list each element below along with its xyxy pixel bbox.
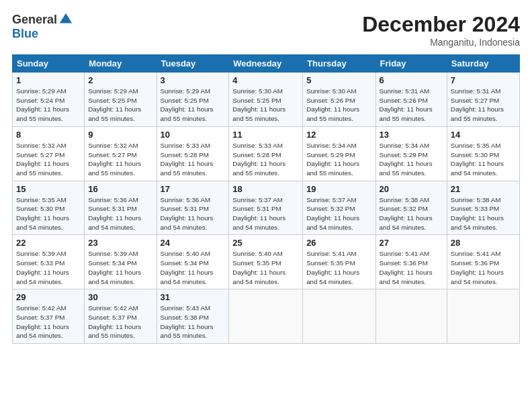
location: Manganitu, Indonesia (362, 37, 520, 48)
day-number: 16 (88, 184, 152, 194)
day-number: 31 (161, 292, 226, 302)
day-info: Sunrise: 5:41 AM Sunset: 5:36 PM Dayligh… (451, 249, 516, 286)
calendar-day-cell: 2Sunrise: 5:29 AM Sunset: 5:25 PM Daylig… (85, 73, 157, 127)
calendar-week-row: 29Sunrise: 5:42 AM Sunset: 5:37 PM Dayli… (13, 289, 520, 344)
day-info: Sunrise: 5:37 AM Sunset: 5:31 PM Dayligh… (232, 195, 299, 232)
day-number: 10 (161, 130, 226, 140)
day-number: 4 (232, 75, 299, 85)
title-section: December 2024 Manganitu, Indonesia (362, 12, 520, 48)
calendar-empty-cell (229, 289, 303, 344)
calendar-day-cell: 8Sunrise: 5:32 AM Sunset: 5:27 PM Daylig… (13, 126, 85, 181)
day-number: 5 (306, 75, 371, 85)
day-info: Sunrise: 5:30 AM Sunset: 5:25 PM Dayligh… (232, 87, 299, 124)
day-number: 25 (232, 238, 299, 248)
logo-icon (58, 12, 73, 27)
day-info: Sunrise: 5:41 AM Sunset: 5:36 PM Dayligh… (380, 249, 443, 286)
calendar-empty-cell (447, 289, 519, 344)
day-number: 9 (88, 130, 152, 140)
day-number: 6 (380, 75, 443, 85)
day-number: 29 (16, 292, 81, 302)
day-number: 2 (88, 75, 152, 85)
calendar-day-cell: 1Sunrise: 5:29 AM Sunset: 5:24 PM Daylig… (13, 73, 85, 127)
weekday-header-monday: Monday (85, 55, 157, 73)
calendar-day-cell: 5Sunrise: 5:30 AM Sunset: 5:26 PM Daylig… (303, 73, 375, 127)
day-number: 14 (451, 130, 516, 140)
day-info: Sunrise: 5:39 AM Sunset: 5:34 PM Dayligh… (88, 249, 152, 286)
calendar-week-row: 22Sunrise: 5:39 AM Sunset: 5:33 PM Dayli… (13, 235, 520, 289)
day-info: Sunrise: 5:40 AM Sunset: 5:34 PM Dayligh… (161, 249, 226, 286)
day-info: Sunrise: 5:29 AM Sunset: 5:24 PM Dayligh… (16, 87, 81, 124)
calendar-day-cell: 14Sunrise: 5:35 AM Sunset: 5:30 PM Dayli… (447, 126, 519, 181)
calendar-day-cell: 11Sunrise: 5:33 AM Sunset: 5:28 PM Dayli… (229, 126, 303, 181)
calendar-week-row: 8Sunrise: 5:32 AM Sunset: 5:27 PM Daylig… (13, 126, 520, 181)
calendar-day-cell: 24Sunrise: 5:40 AM Sunset: 5:34 PM Dayli… (157, 235, 229, 289)
day-info: Sunrise: 5:29 AM Sunset: 5:25 PM Dayligh… (88, 87, 152, 124)
calendar-day-cell: 4Sunrise: 5:30 AM Sunset: 5:25 PM Daylig… (229, 73, 303, 127)
day-number: 23 (88, 238, 152, 248)
day-info: Sunrise: 5:42 AM Sunset: 5:37 PM Dayligh… (16, 304, 81, 340)
day-info: Sunrise: 5:38 AM Sunset: 5:32 PM Dayligh… (380, 195, 443, 232)
calendar-day-cell: 31Sunrise: 5:43 AM Sunset: 5:38 PM Dayli… (157, 289, 229, 344)
day-info: Sunrise: 5:30 AM Sunset: 5:26 PM Dayligh… (306, 87, 371, 124)
day-info: Sunrise: 5:33 AM Sunset: 5:28 PM Dayligh… (161, 141, 226, 178)
weekday-header-thursday: Thursday (303, 55, 375, 73)
calendar-day-cell: 30Sunrise: 5:42 AM Sunset: 5:37 PM Dayli… (85, 289, 157, 344)
weekday-header-saturday: Saturday (447, 55, 519, 73)
calendar-day-cell: 29Sunrise: 5:42 AM Sunset: 5:37 PM Dayli… (13, 289, 85, 344)
day-info: Sunrise: 5:35 AM Sunset: 5:30 PM Dayligh… (451, 141, 516, 178)
day-info: Sunrise: 5:31 AM Sunset: 5:26 PM Dayligh… (380, 87, 443, 124)
day-number: 24 (161, 238, 226, 248)
day-info: Sunrise: 5:34 AM Sunset: 5:29 PM Dayligh… (380, 141, 443, 178)
day-number: 15 (16, 184, 81, 194)
day-number: 20 (380, 184, 443, 194)
calendar-day-cell: 23Sunrise: 5:39 AM Sunset: 5:34 PM Dayli… (85, 235, 157, 289)
day-info: Sunrise: 5:38 AM Sunset: 5:33 PM Dayligh… (451, 195, 516, 232)
calendar-day-cell: 6Sunrise: 5:31 AM Sunset: 5:26 PM Daylig… (375, 73, 447, 127)
day-info: Sunrise: 5:36 AM Sunset: 5:31 PM Dayligh… (161, 195, 226, 232)
calendar-day-cell: 17Sunrise: 5:36 AM Sunset: 5:31 PM Dayli… (157, 181, 229, 235)
calendar-day-cell: 15Sunrise: 5:35 AM Sunset: 5:30 PM Dayli… (13, 181, 85, 235)
calendar-day-cell: 27Sunrise: 5:41 AM Sunset: 5:36 PM Dayli… (375, 235, 447, 289)
weekday-header-tuesday: Tuesday (157, 55, 229, 73)
weekday-header-sunday: Sunday (13, 55, 85, 73)
weekday-header-friday: Friday (375, 55, 447, 73)
calendar-day-cell: 19Sunrise: 5:37 AM Sunset: 5:32 PM Dayli… (303, 181, 375, 235)
day-number: 13 (380, 130, 443, 140)
day-info: Sunrise: 5:37 AM Sunset: 5:32 PM Dayligh… (306, 195, 371, 232)
weekday-header-wednesday: Wednesday (229, 55, 303, 73)
calendar-empty-cell (375, 289, 447, 344)
day-number: 1 (16, 75, 81, 85)
day-info: Sunrise: 5:35 AM Sunset: 5:30 PM Dayligh… (16, 195, 81, 232)
header: General Blue December 2024 Manganitu, In… (12, 12, 520, 48)
calendar-empty-cell (303, 289, 375, 344)
day-number: 17 (161, 184, 226, 194)
calendar-day-cell: 3Sunrise: 5:29 AM Sunset: 5:25 PM Daylig… (157, 73, 229, 127)
day-info: Sunrise: 5:32 AM Sunset: 5:27 PM Dayligh… (88, 141, 152, 178)
day-info: Sunrise: 5:36 AM Sunset: 5:31 PM Dayligh… (88, 195, 152, 232)
logo-blue-text: Blue (12, 27, 38, 41)
calendar-day-cell: 20Sunrise: 5:38 AM Sunset: 5:32 PM Dayli… (375, 181, 447, 235)
day-number: 3 (161, 75, 226, 85)
day-info: Sunrise: 5:33 AM Sunset: 5:28 PM Dayligh… (232, 141, 299, 178)
day-info: Sunrise: 5:41 AM Sunset: 5:35 PM Dayligh… (306, 249, 371, 286)
calendar-day-cell: 13Sunrise: 5:34 AM Sunset: 5:29 PM Dayli… (375, 126, 447, 181)
calendar-week-row: 1Sunrise: 5:29 AM Sunset: 5:24 PM Daylig… (13, 73, 520, 127)
calendar-day-cell: 18Sunrise: 5:37 AM Sunset: 5:31 PM Dayli… (229, 181, 303, 235)
calendar-day-cell: 10Sunrise: 5:33 AM Sunset: 5:28 PM Dayli… (157, 126, 229, 181)
day-info: Sunrise: 5:40 AM Sunset: 5:35 PM Dayligh… (232, 249, 299, 286)
day-number: 30 (88, 292, 152, 302)
day-number: 11 (232, 130, 299, 140)
calendar-day-cell: 9Sunrise: 5:32 AM Sunset: 5:27 PM Daylig… (85, 126, 157, 181)
day-number: 19 (306, 184, 371, 194)
day-number: 18 (232, 184, 299, 194)
logo-general-text: General (12, 13, 57, 27)
calendar-day-cell: 16Sunrise: 5:36 AM Sunset: 5:31 PM Dayli… (85, 181, 157, 235)
calendar-day-cell: 21Sunrise: 5:38 AM Sunset: 5:33 PM Dayli… (447, 181, 519, 235)
month-title: December 2024 (362, 12, 520, 37)
day-number: 12 (306, 130, 371, 140)
weekday-header-row: SundayMondayTuesdayWednesdayThursdayFrid… (13, 55, 520, 73)
svg-marker-0 (60, 13, 72, 24)
day-number: 8 (16, 130, 81, 140)
calendar-day-cell: 28Sunrise: 5:41 AM Sunset: 5:36 PM Dayli… (447, 235, 519, 289)
day-info: Sunrise: 5:29 AM Sunset: 5:25 PM Dayligh… (161, 87, 226, 124)
